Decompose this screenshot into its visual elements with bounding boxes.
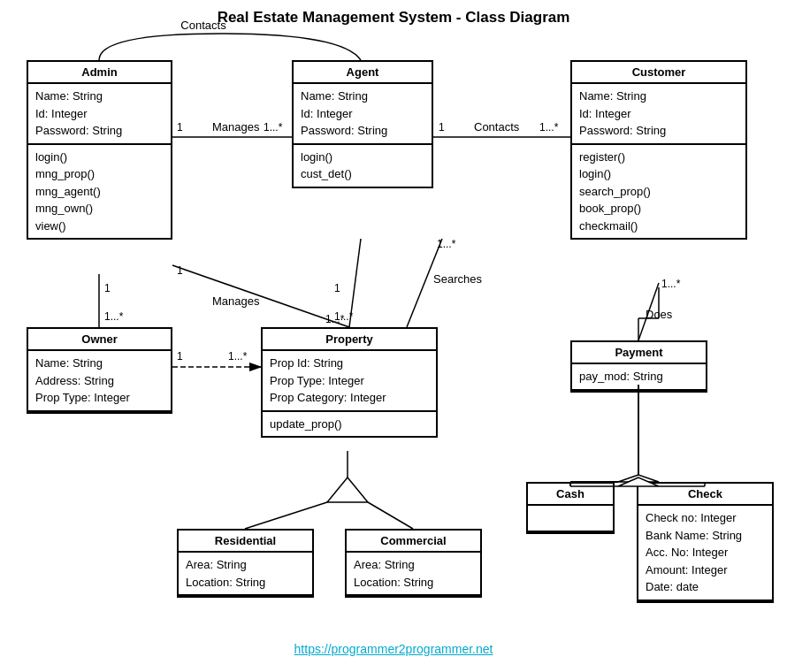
property-methods: update_prop() bbox=[263, 412, 436, 437]
customer-attrs: Name: String Id: Integer Password: Strin… bbox=[572, 84, 745, 145]
agent-methods: login() cust_det() bbox=[294, 145, 432, 187]
admin-methods: login() mng_prop() mng_agent() mng_own()… bbox=[28, 145, 171, 239]
svg-line-24 bbox=[368, 502, 413, 529]
svg-text:1...*: 1...* bbox=[661, 278, 681, 290]
svg-text:1...*: 1...* bbox=[228, 350, 248, 363]
owner-class-name: Owner bbox=[28, 329, 171, 351]
check-attrs: Check no: Integer Bank Name: String Acc.… bbox=[638, 506, 772, 601]
commercial-class-name: Commercial bbox=[347, 531, 480, 553]
agent-class-name: Agent bbox=[294, 62, 432, 84]
diagram-title: Real Estate Management System - Class Di… bbox=[0, 0, 787, 27]
payment-class-name: Payment bbox=[572, 342, 706, 364]
cash-attrs bbox=[528, 506, 613, 532]
admin-class-name: Admin bbox=[28, 62, 171, 84]
customer-class: Customer Name: String Id: Integer Passwo… bbox=[570, 60, 747, 240]
svg-marker-22 bbox=[327, 477, 368, 502]
svg-marker-26 bbox=[618, 475, 659, 482]
property-class-name: Property bbox=[263, 329, 436, 351]
svg-text:1...*: 1...* bbox=[334, 310, 354, 323]
svg-line-23 bbox=[245, 502, 327, 529]
property-class: Property Prop Id: String Prop Type: Inte… bbox=[261, 327, 438, 438]
svg-line-12 bbox=[349, 239, 361, 327]
svg-text:1...*: 1...* bbox=[264, 121, 283, 134]
svg-line-20 bbox=[638, 283, 659, 340]
svg-text:1: 1 bbox=[177, 264, 183, 277]
svg-text:1: 1 bbox=[177, 350, 183, 363]
svg-text:1: 1 bbox=[334, 282, 340, 294]
admin-attrs: Name: String Id: Integer Password: Strin… bbox=[28, 84, 171, 145]
agent-attrs: Name: String Id: Integer Password: Strin… bbox=[294, 84, 432, 145]
check-class-name: Check bbox=[638, 484, 772, 506]
manages-label-1: Manages bbox=[212, 120, 260, 134]
cash-class: Cash bbox=[526, 482, 615, 534]
svg-line-9 bbox=[172, 265, 349, 327]
svg-text:1: 1 bbox=[104, 282, 111, 294]
residential-attrs: Area: String Location: String bbox=[179, 553, 312, 596]
check-class: Check Check no: Integer Bank Name: Strin… bbox=[637, 482, 774, 603]
customer-class-name: Customer bbox=[572, 62, 745, 84]
watermark[interactable]: https://programmer2programmer.net bbox=[294, 642, 493, 656]
residential-class: Residential Area: String Location: Strin… bbox=[177, 529, 314, 598]
svg-text:1...*: 1...* bbox=[539, 121, 559, 134]
owner-attrs: Name: String Address: String Prop Type: … bbox=[28, 351, 171, 412]
property-attrs: Prop Id: String Prop Type: Integer Prop … bbox=[263, 351, 436, 412]
svg-text:1...*: 1...* bbox=[325, 313, 345, 325]
svg-text:1...*: 1...* bbox=[437, 238, 456, 250]
residential-class-name: Residential bbox=[179, 531, 312, 553]
svg-text:1: 1 bbox=[177, 121, 183, 134]
commercial-class: Commercial Area: String Location: String bbox=[345, 529, 482, 598]
admin-class: Admin Name: String Id: Integer Password:… bbox=[27, 60, 172, 240]
does-label: Does bbox=[646, 308, 673, 321]
owner-class: Owner Name: String Address: String Prop … bbox=[27, 327, 172, 414]
contacts-label-2: Contacts bbox=[474, 120, 520, 134]
customer-methods: register() login() search_prop() book_pr… bbox=[572, 145, 745, 239]
svg-text:1: 1 bbox=[439, 121, 445, 134]
svg-line-15 bbox=[407, 239, 442, 327]
svg-text:1...*: 1...* bbox=[104, 310, 124, 323]
commercial-attrs: Area: String Location: String bbox=[347, 553, 480, 596]
cash-class-name: Cash bbox=[528, 484, 613, 506]
payment-attrs: pay_mod: String bbox=[572, 364, 706, 391]
manages-label-2: Manages bbox=[212, 294, 260, 308]
diagram-container: Real Estate Management System - Class Di… bbox=[0, 0, 787, 672]
searches-label: Searches bbox=[433, 272, 482, 286]
agent-class: Agent Name: String Id: Integer Password:… bbox=[292, 60, 433, 188]
payment-class: Payment pay_mod: String bbox=[570, 340, 707, 393]
